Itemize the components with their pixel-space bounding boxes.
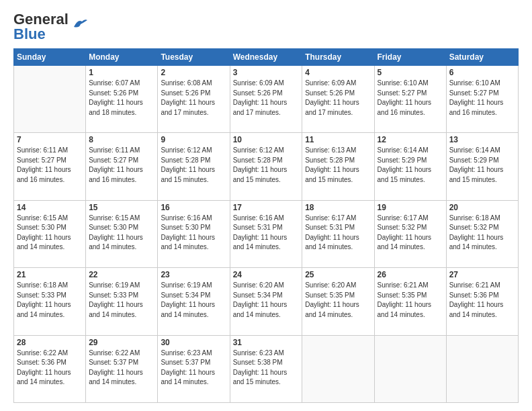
calendar-cell [446, 335, 518, 402]
day-number: 2 [161, 68, 226, 77]
day-info: Sunrise: 6:20 AMSunset: 5:34 PMDaylight:… [233, 281, 300, 320]
day-number: 18 [305, 203, 371, 212]
day-info: Sunrise: 6:21 AMSunset: 5:36 PMDaylight:… [449, 281, 515, 320]
day-number: 7 [17, 135, 83, 144]
day-info: Sunrise: 6:21 AMSunset: 5:35 PMDaylight:… [378, 281, 443, 320]
calendar-cell: 6Sunrise: 6:10 AMSunset: 5:27 PMDaylight… [446, 66, 518, 133]
calendar-cell [14, 66, 86, 133]
calendar-cell [302, 335, 374, 402]
day-number: 25 [305, 270, 371, 279]
day-info: Sunrise: 6:12 AMSunset: 5:28 PMDaylight:… [161, 146, 226, 185]
day-info: Sunrise: 6:10 AMSunset: 5:27 PMDaylight:… [378, 79, 443, 118]
calendar-cell: 21Sunrise: 6:18 AMSunset: 5:33 PMDayligh… [14, 268, 86, 335]
day-info: Sunrise: 6:12 AMSunset: 5:28 PMDaylight:… [233, 146, 300, 185]
calendar-cell: 3Sunrise: 6:09 AMSunset: 5:26 PMDaylight… [230, 66, 302, 133]
weekday-header-wednesday: Wednesday [230, 49, 302, 66]
day-number: 5 [378, 68, 443, 77]
calendar-cell: 28Sunrise: 6:22 AMSunset: 5:36 PMDayligh… [14, 335, 86, 402]
calendar-cell: 7Sunrise: 6:11 AMSunset: 5:27 PMDaylight… [14, 133, 86, 200]
day-number: 10 [233, 135, 300, 144]
logo-bird-icon [73, 17, 87, 30]
day-number: 28 [17, 338, 83, 347]
day-info: Sunrise: 6:16 AMSunset: 5:30 PMDaylight:… [161, 214, 226, 253]
weekday-header-saturday: Saturday [446, 49, 518, 66]
calendar-cell: 29Sunrise: 6:22 AMSunset: 5:37 PMDayligh… [86, 335, 158, 402]
day-info: Sunrise: 6:22 AMSunset: 5:37 PMDaylight:… [89, 349, 154, 387]
logo-blue: Blue [13, 26, 46, 42]
calendar-cell: 10Sunrise: 6:12 AMSunset: 5:28 PMDayligh… [230, 133, 302, 200]
day-number: 17 [233, 203, 300, 212]
day-info: Sunrise: 6:19 AMSunset: 5:33 PMDaylight:… [89, 281, 154, 320]
day-info: Sunrise: 6:10 AMSunset: 5:27 PMDaylight:… [449, 79, 515, 118]
calendar-cell: 23Sunrise: 6:19 AMSunset: 5:34 PMDayligh… [158, 268, 230, 335]
calendar-cell: 13Sunrise: 6:14 AMSunset: 5:29 PMDayligh… [446, 133, 518, 200]
calendar-cell: 16Sunrise: 6:16 AMSunset: 5:30 PMDayligh… [158, 200, 230, 267]
calendar-cell: 22Sunrise: 6:19 AMSunset: 5:33 PMDayligh… [86, 268, 158, 335]
day-number: 16 [161, 203, 226, 212]
calendar-week-row: 28Sunrise: 6:22 AMSunset: 5:36 PMDayligh… [14, 335, 519, 402]
day-info: Sunrise: 6:11 AMSunset: 5:27 PMDaylight:… [17, 146, 83, 185]
day-info: Sunrise: 6:15 AMSunset: 5:30 PMDaylight:… [17, 214, 83, 253]
calendar-week-row: 14Sunrise: 6:15 AMSunset: 5:30 PMDayligh… [14, 200, 519, 267]
day-info: Sunrise: 6:23 AMSunset: 5:38 PMDaylight:… [233, 349, 300, 387]
calendar-cell: 19Sunrise: 6:17 AMSunset: 5:32 PMDayligh… [374, 200, 446, 267]
day-info: Sunrise: 6:13 AMSunset: 5:28 PMDaylight:… [305, 146, 371, 185]
weekday-header-tuesday: Tuesday [158, 49, 230, 66]
day-number: 19 [378, 203, 443, 212]
calendar-cell: 30Sunrise: 6:23 AMSunset: 5:37 PMDayligh… [158, 335, 230, 402]
day-info: Sunrise: 6:17 AMSunset: 5:32 PMDaylight:… [378, 214, 443, 253]
day-info: Sunrise: 6:14 AMSunset: 5:29 PMDaylight:… [449, 146, 515, 185]
calendar-week-row: 1Sunrise: 6:07 AMSunset: 5:26 PMDaylight… [14, 66, 519, 133]
day-number: 1 [89, 68, 154, 77]
day-number: 8 [89, 135, 154, 144]
calendar-cell: 9Sunrise: 6:12 AMSunset: 5:28 PMDaylight… [158, 133, 230, 200]
calendar-cell: 18Sunrise: 6:17 AMSunset: 5:31 PMDayligh… [302, 200, 374, 267]
day-info: Sunrise: 6:09 AMSunset: 5:26 PMDaylight:… [305, 79, 371, 118]
calendar-cell: 12Sunrise: 6:14 AMSunset: 5:29 PMDayligh… [374, 133, 446, 200]
day-number: 6 [449, 68, 515, 77]
calendar-cell: 5Sunrise: 6:10 AMSunset: 5:27 PMDaylight… [374, 66, 446, 133]
day-number: 21 [17, 270, 83, 279]
day-number: 27 [449, 270, 515, 279]
calendar-cell: 24Sunrise: 6:20 AMSunset: 5:34 PMDayligh… [230, 268, 302, 335]
day-info: Sunrise: 6:07 AMSunset: 5:26 PMDaylight:… [89, 79, 154, 118]
calendar-cell: 8Sunrise: 6:11 AMSunset: 5:27 PMDaylight… [86, 133, 158, 200]
day-number: 11 [305, 135, 371, 144]
calendar-cell: 26Sunrise: 6:21 AMSunset: 5:35 PMDayligh… [374, 268, 446, 335]
calendar-cell: 17Sunrise: 6:16 AMSunset: 5:31 PMDayligh… [230, 200, 302, 267]
day-number: 15 [89, 203, 154, 212]
day-info: Sunrise: 6:17 AMSunset: 5:31 PMDaylight:… [305, 214, 371, 253]
day-number: 20 [449, 203, 515, 212]
weekday-header-monday: Monday [86, 49, 158, 66]
day-info: Sunrise: 6:14 AMSunset: 5:29 PMDaylight:… [378, 146, 443, 185]
day-number: 26 [378, 270, 443, 279]
calendar-cell: 14Sunrise: 6:15 AMSunset: 5:30 PMDayligh… [14, 200, 86, 267]
day-number: 4 [305, 68, 371, 77]
logo: General Blue [13, 12, 87, 42]
calendar-cell: 1Sunrise: 6:07 AMSunset: 5:26 PMDaylight… [86, 66, 158, 133]
logo-text: General Blue [13, 12, 69, 42]
calendar-cell: 27Sunrise: 6:21 AMSunset: 5:36 PMDayligh… [446, 268, 518, 335]
calendar-table: SundayMondayTuesdayWednesdayThursdayFrid… [13, 48, 519, 403]
calendar-cell: 25Sunrise: 6:20 AMSunset: 5:35 PMDayligh… [302, 268, 374, 335]
day-info: Sunrise: 6:20 AMSunset: 5:35 PMDaylight:… [305, 281, 371, 320]
day-number: 13 [449, 135, 515, 144]
weekday-header-sunday: Sunday [14, 49, 86, 66]
day-number: 22 [89, 270, 154, 279]
day-info: Sunrise: 6:08 AMSunset: 5:26 PMDaylight:… [161, 79, 226, 118]
calendar-cell: 2Sunrise: 6:08 AMSunset: 5:26 PMDaylight… [158, 66, 230, 133]
calendar-week-row: 21Sunrise: 6:18 AMSunset: 5:33 PMDayligh… [14, 268, 519, 335]
day-number: 3 [233, 68, 300, 77]
day-info: Sunrise: 6:15 AMSunset: 5:30 PMDaylight:… [89, 214, 154, 253]
calendar-week-row: 7Sunrise: 6:11 AMSunset: 5:27 PMDaylight… [14, 133, 519, 200]
calendar-cell: 31Sunrise: 6:23 AMSunset: 5:38 PMDayligh… [230, 335, 302, 402]
day-number: 9 [161, 135, 226, 144]
day-info: Sunrise: 6:18 AMSunset: 5:32 PMDaylight:… [449, 214, 515, 253]
weekday-header-thursday: Thursday [302, 49, 374, 66]
page-header: General Blue [13, 12, 519, 42]
day-info: Sunrise: 6:19 AMSunset: 5:34 PMDaylight:… [161, 281, 226, 320]
day-number: 31 [233, 338, 300, 347]
day-info: Sunrise: 6:18 AMSunset: 5:33 PMDaylight:… [17, 281, 83, 320]
day-info: Sunrise: 6:22 AMSunset: 5:36 PMDaylight:… [17, 349, 83, 387]
day-info: Sunrise: 6:16 AMSunset: 5:31 PMDaylight:… [233, 214, 300, 253]
